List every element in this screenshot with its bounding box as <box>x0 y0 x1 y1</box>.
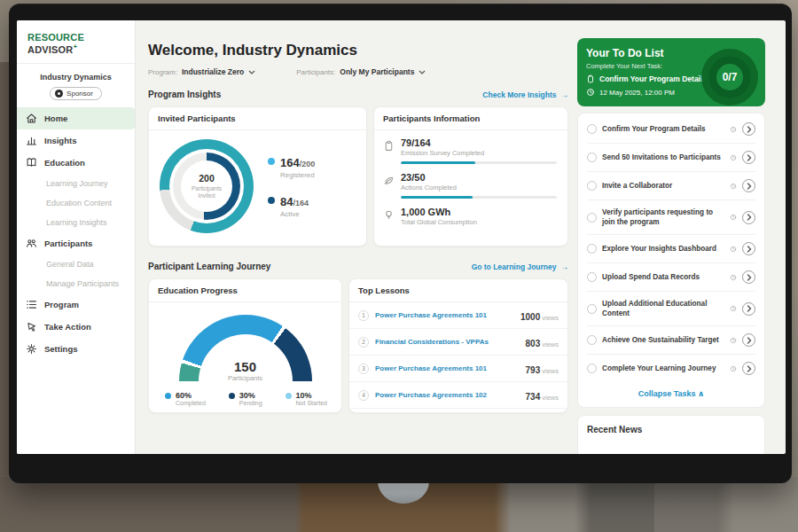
sidebar-item-learning-insights[interactable]: Learning Insights <box>17 213 135 232</box>
task-label[interactable]: Complete Your Learning Journey <box>602 364 724 373</box>
filters-row: Program: Industrialize Zero Participants… <box>148 67 568 76</box>
task-label[interactable]: Achieve One Sustainability Target <box>602 335 724 345</box>
sidebar-item-take-action[interactable]: Take Action <box>17 316 135 338</box>
lesson-rank: 1 <box>358 310 369 321</box>
lesson-link[interactable]: Power Purchase Agreements 102 <box>375 391 520 399</box>
task-checkbox[interactable] <box>587 304 597 314</box>
task-label[interactable]: Explore Your Insights Dashboard <box>602 244 724 254</box>
lesson-link[interactable]: Power Purchase Agreements 101 <box>375 311 514 319</box>
stat-emission-survey: 79/164 Emission Survey Completed <box>383 137 557 164</box>
list-icon <box>26 299 37 310</box>
clock-icon <box>730 126 737 133</box>
gauge-center: 150 Participants <box>179 359 312 382</box>
task-label[interactable]: Send 50 Invitations to Participants <box>602 153 724 162</box>
lesson-views: 1000 <box>520 312 540 322</box>
link-label: Go to Learning Journey <box>472 262 557 271</box>
sidebar-item-learning-journey[interactable]: Learning Journey <box>17 174 135 193</box>
task-row-confirm-program: Confirm Your Program Details <box>587 115 755 144</box>
sidebar-nav: Home Insights Education Learning Journey… <box>17 107 135 360</box>
legend-completed: 60%Completed <box>165 391 206 406</box>
clock-icon <box>730 274 737 281</box>
sidebar-item-label: Program <box>44 300 79 309</box>
task-checkbox[interactable] <box>587 181 597 191</box>
gauge-legend: 60%Completed 30%Pending 10%Not Started <box>149 382 341 406</box>
progress-bar <box>401 196 557 199</box>
sidebar-item-settings[interactable]: Settings <box>17 338 135 360</box>
stat-label: Actions Completed <box>401 184 557 192</box>
sidebar-item-manage-participants[interactable]: Manage Participants <box>17 274 135 293</box>
legend-dot-pending <box>229 393 235 399</box>
progress-fill <box>401 196 473 199</box>
collapse-tasks-link[interactable]: Collapse Tasks ∧ <box>587 382 755 403</box>
brand-plus: + <box>74 43 78 51</box>
task-label[interactable]: Upload Additional Educational Content <box>602 299 724 318</box>
task-go-button[interactable] <box>742 270 755 284</box>
recent-news-title: Recent News <box>587 425 755 434</box>
insights-cards-row: Invited Participants 200 Participants In… <box>148 106 568 246</box>
task-checkbox[interactable] <box>587 124 597 134</box>
lesson-row: 1 Power Purchase Agreements 101 1000view… <box>349 302 567 329</box>
go-to-learning-journey-link[interactable]: Go to Learning Journey → <box>472 262 568 271</box>
legend-pending: 30%Pending <box>229 391 262 406</box>
task-checkbox[interactable] <box>587 153 597 162</box>
task-row-upload-spend-data: Upload Spend Data Records <box>587 263 755 292</box>
education-gauge-chart: 150 Participants <box>179 315 312 382</box>
clock-icon <box>730 305 737 312</box>
participants-dropdown[interactable]: Participants: Only My Participants <box>296 67 426 76</box>
task-checkbox[interactable] <box>587 272 597 282</box>
task-go-button[interactable] <box>742 302 755 316</box>
sidebar-item-general-data[interactable]: General Data <box>17 254 135 274</box>
sidebar-item-home[interactable]: Home <box>17 107 135 129</box>
todo-next-task-label: Confirm Your Program Details <box>599 74 707 83</box>
task-row-explore-insights: Explore Your Insights Dashboard <box>587 235 755 263</box>
sidebar-item-education[interactable]: Education <box>17 152 135 174</box>
learning-journey-title: Participant Learning Journey <box>148 262 270 271</box>
task-go-button[interactable] <box>742 122 755 136</box>
card-title: Top Lessons <box>349 279 567 302</box>
task-label[interactable]: Confirm Your Program Details <box>602 124 724 134</box>
sidebar-item-label: Participants <box>44 239 92 248</box>
legend-value: 84 <box>280 195 293 208</box>
sidebar-program-name: Industry Dynamics <box>17 73 135 82</box>
task-checkbox[interactable] <box>587 335 597 345</box>
lesson-views-suffix: views <box>542 367 559 375</box>
task-go-button[interactable] <box>742 151 755 164</box>
legend-total: /200 <box>300 160 316 168</box>
task-label[interactable]: Invite a Collaborator <box>602 181 724 191</box>
task-row-verify-participants: Verify participants requesting to join t… <box>587 200 755 235</box>
check-more-insights-link[interactable]: Check More Insights → <box>482 90 568 99</box>
legend-label: Not Started <box>296 400 327 406</box>
program-dropdown[interactable]: Program: Industrialize Zero <box>148 67 255 76</box>
program-insights-header: Program Insights Check More Insights → <box>148 90 568 99</box>
lesson-link[interactable]: Financial Considerations - VPPAs <box>375 338 520 346</box>
task-label[interactable]: Upload Spend Data Records <box>602 272 724 282</box>
sidebar-item-program[interactable]: Program <box>17 293 135 316</box>
task-go-button[interactable] <box>742 211 755 224</box>
insights-icon <box>26 135 37 146</box>
card-title: Participants Information <box>374 107 567 130</box>
task-go-button[interactable] <box>742 242 755 255</box>
sidebar-item-education-content[interactable]: Education Content <box>17 193 135 213</box>
task-checkbox[interactable] <box>587 364 597 373</box>
arrow-right-icon: → <box>561 90 569 99</box>
sponsor-badge[interactable]: Sponsor <box>50 87 102 100</box>
participants-dropdown-value: Only My Participants <box>340 67 414 76</box>
task-checkbox[interactable] <box>587 213 597 223</box>
task-label[interactable]: Verify participants requesting to join t… <box>602 207 724 227</box>
lesson-rank: 2 <box>358 337 369 348</box>
todo-progress-ring: 0/7 <box>708 56 751 98</box>
task-go-button[interactable] <box>742 362 755 375</box>
sidebar-item-insights[interactable]: Insights <box>17 129 135 152</box>
task-go-button[interactable] <box>742 333 755 347</box>
gear-icon <box>26 343 37 355</box>
task-checkbox[interactable] <box>587 244 597 254</box>
brand-primary: RESOURCE <box>27 32 84 43</box>
link-label: Check More Insights <box>482 90 556 99</box>
lesson-link[interactable]: Power Purchase Agreements 101 <box>375 364 520 372</box>
sidebar-item-participants[interactable]: Participants <box>17 232 135 254</box>
task-go-button[interactable] <box>742 179 755 192</box>
todo-panel: Your To Do List Complete Your Next Task:… <box>577 20 765 454</box>
program-dropdown-value: Industrialize Zero <box>182 67 244 76</box>
donut-center-value: 200 <box>199 173 215 184</box>
task-row-achieve-target: Achieve One Sustainability Target <box>587 326 755 355</box>
